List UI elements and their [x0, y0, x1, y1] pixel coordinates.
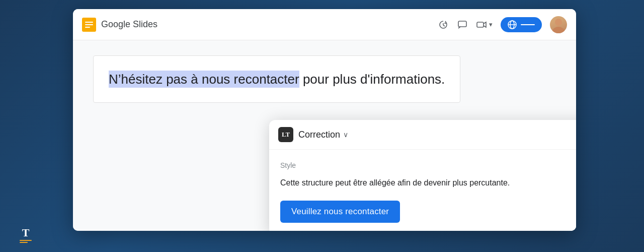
meet-btn-divider	[521, 24, 535, 25]
popup-body: Style i Cette structure peut être allégé…	[269, 150, 576, 231]
svg-rect-1	[85, 22, 93, 23]
style-section-header: Style i	[280, 160, 576, 171]
meet-button[interactable]	[501, 17, 542, 32]
lt-logo-text: LT	[282, 131, 290, 139]
lt-popup: LT Correction ∨ × Style i Cette structur…	[269, 120, 576, 231]
history-icon[interactable]	[438, 19, 449, 30]
svg-rect-8	[477, 22, 484, 27]
avatar[interactable]	[550, 16, 567, 33]
svg-line-5	[443, 25, 445, 26]
slides-logo-icon	[82, 18, 96, 32]
slide-area: N’hésitez pas à nous recontacter pour pl…	[73, 40, 576, 231]
avatar-image	[550, 16, 567, 33]
svg-rect-2	[85, 24, 93, 25]
lt-wave-line-1	[20, 240, 32, 241]
style-label: Style	[280, 161, 296, 169]
lt-brand-icon: T	[16, 224, 35, 243]
suggestion-button[interactable]: Veuillez nous recontacter	[280, 201, 400, 223]
popup-chevron-icon[interactable]: ∨	[343, 131, 348, 139]
video-button[interactable]: ▾	[476, 19, 493, 30]
lt-brand-letter: T	[22, 227, 30, 238]
popup-header: LT Correction ∨ ×	[269, 120, 576, 150]
popup-title-row: Correction ∨	[298, 130, 576, 140]
slides-window: Google Slides	[73, 9, 576, 231]
app-title: Google Slides	[101, 19, 157, 30]
highlighted-text: N’hésitez pas à nous recontacter	[109, 71, 299, 88]
lt-brand: T	[16, 224, 35, 243]
popup-title: Correction	[298, 130, 340, 140]
lt-waves-icon	[20, 240, 32, 243]
lt-logo-icon: LT	[278, 127, 293, 142]
slide-text-after: pour plus d'informations.	[303, 72, 445, 87]
lt-wave-line-2	[20, 242, 28, 243]
toolbar-icons: ▾	[438, 16, 567, 33]
comment-icon[interactable]	[457, 19, 468, 30]
video-chevron-icon: ▾	[489, 21, 493, 28]
svg-point-13	[552, 27, 565, 33]
slide-content-box: N’hésitez pas à nous recontacter pour pl…	[93, 55, 460, 103]
slide-text: N’hésitez pas à nous recontacter pour pl…	[109, 71, 445, 88]
title-bar: Google Slides	[73, 9, 576, 40]
correction-description: Cette structure peut être allégée afin d…	[280, 177, 576, 190]
svg-rect-6	[458, 21, 466, 27]
svg-rect-3	[85, 27, 90, 28]
svg-point-12	[555, 19, 562, 26]
